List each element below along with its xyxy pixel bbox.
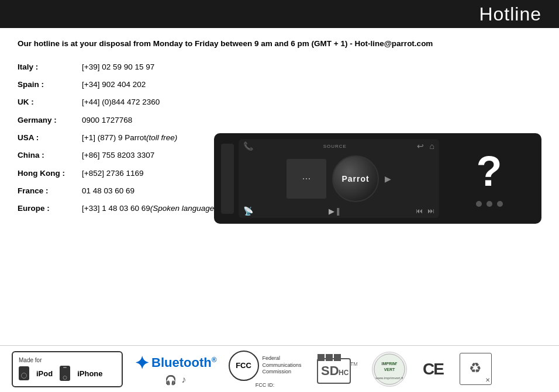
device-top-icons: ↩ ⌂ <box>417 141 434 151</box>
fcc-description: FederalCommunicationsCommission <box>263 355 302 374</box>
home-icon: ⌂ <box>430 141 434 151</box>
contact-row: Germany :0900 1727768 <box>18 113 541 127</box>
country-label: Spain : <box>18 78 82 92</box>
svg-text:VERT: VERT <box>384 367 395 372</box>
fcc-container: FCC FederalCommunicationsCommission <box>229 351 302 381</box>
phone-number: 01 48 03 60 69 <box>82 184 134 198</box>
phone-number: [+39] 02 59 90 15 97 <box>82 60 154 74</box>
sd-logo-svg: SD HC TM <box>316 353 357 385</box>
control-knob: Parrot <box>332 155 379 202</box>
playback-controls: ▶ ‖ <box>329 207 341 216</box>
music-note-icon: ♪ <box>181 374 186 386</box>
country-label: France : <box>18 184 82 198</box>
device: 📞 SOURCE ↩ ⌂ ··· Parrot ▶ <box>214 133 541 224</box>
recycle-x: ✕ <box>485 377 490 383</box>
phone-number: [+86] 755 8203 3307 <box>82 148 154 162</box>
device-right-panel: ? <box>444 139 534 218</box>
device-center: ··· Parrot ▶ <box>239 152 439 205</box>
phone-number: [+33] 1 48 03 60 69 <box>82 202 150 216</box>
country-label: Europe : <box>18 202 82 216</box>
ce-mark-container: CE <box>419 360 448 379</box>
bluetooth-icon: ✦ <box>134 353 149 373</box>
tagline: Our hotline is at your disposal from Mon… <box>18 39 541 50</box>
bluetooth-label: Bluetooth® <box>151 355 217 370</box>
header: Hotline <box>0 0 559 28</box>
page-title: Hotline <box>479 4 541 25</box>
svg-rect-3 <box>334 354 341 361</box>
imprimvert-svg: IMPRIM' VERT www.imprimvert.fr <box>374 353 405 385</box>
svg-text:www.imprimvert.fr: www.imprimvert.fr <box>375 376 403 380</box>
ce-mark: CE <box>423 360 443 379</box>
prev-next-controls: ⏮ ⏭ <box>416 207 434 215</box>
nav-right-icon: ▶ <box>385 174 391 183</box>
source-label: SOURCE <box>323 144 347 149</box>
svg-rect-1 <box>318 354 325 361</box>
brand-label: Parrot <box>341 174 369 183</box>
fcc-badge: FCC FederalCommunicationsCommission FCC … <box>229 351 302 388</box>
italic-note: (toll free) <box>146 131 177 145</box>
contact-row: Italy :[+39] 02 59 90 15 97 <box>18 60 541 74</box>
prev-icon: ⏮ <box>416 207 423 215</box>
device-left-handle <box>221 144 234 214</box>
phone-number: 0900 1727768 <box>82 113 132 127</box>
country-label: Hong Kong : <box>18 166 82 181</box>
country-label: China : <box>18 148 82 162</box>
phone-number: [+852] 2736 1169 <box>82 166 143 181</box>
device-bottom-bar: 📡 ▶ ‖ ⏮ ⏭ <box>239 205 439 218</box>
svg-text:TM: TM <box>350 361 357 367</box>
main-content: Our hotline is at your disposal from Mon… <box>0 28 559 222</box>
album-dots: ··· <box>302 172 310 185</box>
device-image-container: 📞 SOURCE ↩ ⌂ ··· Parrot ▶ <box>214 133 541 227</box>
dot-2 <box>486 201 492 207</box>
svg-text:♻: ♻ <box>469 360 482 376</box>
svg-rect-2 <box>326 354 333 361</box>
device-main-panel: 📞 SOURCE ↩ ⌂ ··· Parrot ▶ <box>239 139 439 218</box>
ipod-glyph <box>19 366 29 380</box>
phone-number: [+44] (0)844 472 2360 <box>82 95 160 109</box>
dot-3 <box>497 201 503 207</box>
sd-badge: SD HC TM <box>313 353 360 385</box>
contact-row: Spain :[+34] 902 404 202 <box>18 78 541 92</box>
footer: Made for iPod iPhone ✦ Bluetooth® 🎧 ♪ FC… <box>0 345 559 392</box>
bluetooth-sub-icons: 🎧 ♪ <box>165 374 186 386</box>
device-icons-footer: iPod iPhone <box>19 366 105 381</box>
fcc-circle-label: FCC <box>236 361 251 370</box>
recycle-svg: ♻ <box>464 358 487 381</box>
country-label: USA : <box>18 131 82 145</box>
dot-1 <box>476 201 482 207</box>
fcc-id: FCC ID: <box>256 382 275 388</box>
ipod-label: iPod <box>36 369 53 378</box>
play-pause-icon: ▶ ‖ <box>329 207 341 216</box>
headphone-icon: 🎧 <box>165 374 177 386</box>
contact-row: UK :[+44] (0)844 472 2360 <box>18 95 541 109</box>
fcc-text: FederalCommunicationsCommission <box>263 355 302 376</box>
fcc-circle: FCC <box>229 351 259 381</box>
bluetooth-badge: ✦ Bluetooth® 🎧 ♪ <box>134 353 217 386</box>
weee-badge: ♻ ✕ <box>460 353 492 385</box>
iphone-label: iPhone <box>77 369 102 378</box>
country-label: Italy : <box>18 60 82 74</box>
country-label: Germany : <box>18 113 82 127</box>
phone-icon: 📞 <box>243 141 253 151</box>
question-mark: ? <box>477 150 502 192</box>
made-for-text: Made for <box>19 357 42 363</box>
next-icon: ⏭ <box>427 207 434 215</box>
back-icon: ↩ <box>417 141 424 151</box>
phone-number: [+1] (877) 9 Parrot <box>82 131 146 145</box>
svg-text:IMPRIM': IMPRIM' <box>381 362 397 366</box>
album-art: ··· <box>287 159 326 199</box>
made-for-badge: Made for iPod iPhone <box>12 351 123 387</box>
country-label: UK : <box>18 95 82 109</box>
phone-number: [+34] 902 404 202 <box>82 78 146 92</box>
status-dots <box>476 201 503 207</box>
device-top-bar: 📞 SOURCE ↩ ⌂ <box>239 139 439 152</box>
svg-text:HC: HC <box>339 369 349 377</box>
svg-text:SD: SD <box>321 363 339 378</box>
antenna-icon: 📡 <box>243 206 253 216</box>
imprimvert-badge: IMPRIM' VERT www.imprimvert.fr <box>372 352 407 387</box>
iphone-glyph <box>60 366 70 381</box>
